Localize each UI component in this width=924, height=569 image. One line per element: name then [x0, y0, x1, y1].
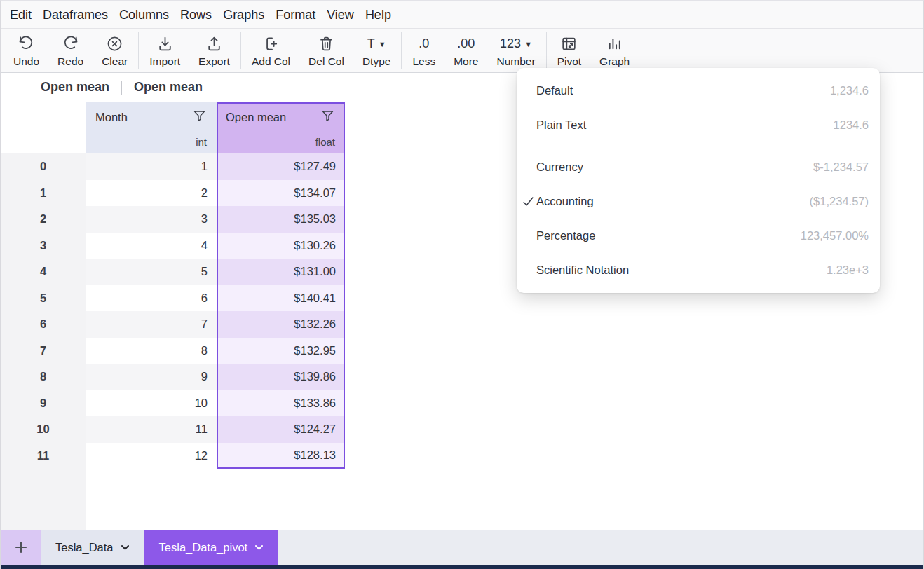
menu-item-plain-text[interactable]: Plain Text 1234.6 — [517, 108, 880, 142]
number-label: Number — [496, 56, 535, 67]
dtype-label: Dtype — [362, 56, 391, 67]
graph-icon — [606, 34, 623, 54]
row-index-cell[interactable]: 8 — [1, 364, 86, 390]
open-mean-cell[interactable]: $132.26 — [217, 311, 345, 338]
month-cell[interactable]: 4 — [86, 233, 217, 259]
menu-item-label: Default — [536, 84, 573, 97]
export-icon — [205, 34, 223, 54]
dtype-button[interactable]: T▼ Dtype — [353, 29, 400, 72]
menu-item-currency[interactable]: Currency $-1,234.57 — [517, 150, 880, 184]
more-decimals-button[interactable]: .00 More — [444, 29, 487, 72]
menu-item-default[interactable]: Default 1,234.6 — [517, 74, 880, 108]
open-mean-cell[interactable]: $130.26 — [217, 233, 345, 259]
import-button[interactable]: Import — [140, 29, 189, 72]
pivot-button[interactable]: Pivot — [548, 29, 590, 72]
month-cell[interactable]: 1 — [86, 153, 217, 180]
menu-item-label: Accounting — [536, 195, 594, 208]
del-col-button[interactable]: Del Col — [299, 29, 353, 72]
tab-tesla-data-pivot[interactable]: Tesla_Data_pivot — [144, 530, 279, 565]
dtype-icon: T▼ — [367, 34, 386, 54]
dataframe-tab-bar: Tesla_Data Tesla_Data_pivot — [1, 530, 923, 565]
add-col-label: Add Col — [252, 56, 290, 67]
row-index-cell[interactable]: 1 — [1, 180, 86, 207]
filter-icon[interactable] — [192, 109, 207, 126]
menu-item-percentage[interactable]: Percentage 123,457.00% — [517, 219, 880, 253]
month-cell[interactable]: 7 — [86, 311, 217, 338]
column-header-month[interactable]: Month int — [86, 102, 217, 153]
menu-view[interactable]: View — [321, 8, 360, 21]
menu-item-label: Plain Text — [536, 118, 586, 132]
menu-dataframes[interactable]: Dataframes — [37, 8, 114, 21]
table-row: 89$139.86 — [1, 364, 923, 390]
menu-rows[interactable]: Rows — [175, 8, 217, 21]
month-cell[interactable]: 5 — [86, 259, 217, 285]
row-index-cell[interactable]: 2 — [1, 206, 86, 233]
menu-item-accounting[interactable]: Accounting ($1,234.57) — [517, 184, 880, 219]
table-filler — [1, 469, 923, 530]
check-icon — [522, 195, 535, 208]
open-mean-cell[interactable]: $139.86 — [217, 364, 345, 390]
row-index-cell[interactable]: 10 — [1, 416, 86, 443]
month-cell[interactable]: 3 — [86, 206, 217, 233]
month-cell[interactable]: 2 — [86, 180, 217, 207]
row-index-cell[interactable]: 0 — [1, 153, 86, 180]
open-mean-cell[interactable]: $134.07 — [217, 180, 345, 207]
open-mean-cell[interactable]: $133.86 — [217, 390, 345, 417]
chevron-down-icon — [254, 544, 264, 551]
open-mean-cell[interactable]: $128.13 — [217, 443, 345, 469]
tab-label: Tesla_Data_pivot — [159, 541, 248, 554]
column-header-open-mean[interactable]: Open mean float — [217, 102, 345, 153]
table-row: 67$132.26 — [1, 311, 923, 338]
row-index-cell[interactable]: 11 — [1, 443, 86, 469]
graph-button[interactable]: Graph — [590, 29, 639, 72]
open-mean-cell[interactable]: $135.03 — [217, 206, 345, 233]
number-format-button[interactable]: 123▼ Number — [487, 29, 544, 72]
open-mean-cell[interactable]: $124.27 — [217, 416, 345, 443]
menu-bar: Edit Dataframes Columns Rows Graphs Form… — [1, 1, 923, 29]
filter-icon[interactable] — [320, 109, 335, 126]
menu-columns[interactable]: Columns — [114, 8, 175, 21]
row-index-cell[interactable]: 4 — [1, 259, 86, 285]
column-dtype: float — [315, 136, 335, 148]
tab-tesla-data[interactable]: Tesla_Data — [41, 530, 144, 565]
month-cell[interactable]: 9 — [86, 364, 217, 390]
menu-help[interactable]: Help — [360, 8, 397, 21]
month-cell[interactable]: 8 — [86, 338, 217, 364]
menu-item-example: 1,234.6 — [830, 84, 869, 97]
month-cell[interactable]: 10 — [86, 390, 217, 417]
redo-button[interactable]: Redo — [48, 29, 93, 72]
menu-item-example: ($1,234.57) — [810, 195, 869, 208]
open-mean-cell[interactable]: $131.00 — [217, 259, 345, 285]
row-index-cell[interactable]: 9 — [1, 390, 86, 417]
export-button[interactable]: Export — [189, 29, 239, 72]
clear-button[interactable]: Clear — [93, 29, 137, 72]
menu-graphs[interactable]: Graphs — [217, 8, 270, 21]
open-mean-cell[interactable]: $127.49 — [217, 153, 345, 180]
open-mean-cell[interactable]: $140.41 — [217, 285, 345, 312]
menu-item-scientific-notation[interactable]: Scientific Notation 1.23e+3 — [517, 253, 880, 287]
menu-edit[interactable]: Edit — [10, 8, 37, 21]
row-index-cell[interactable]: 6 — [1, 311, 86, 338]
month-cell[interactable]: 6 — [86, 285, 217, 312]
breadcrumb-divider — [121, 81, 122, 95]
row-index-cell[interactable]: 3 — [1, 233, 86, 259]
clear-icon — [106, 34, 123, 54]
row-index-cell[interactable]: 5 — [1, 285, 86, 312]
clear-label: Clear — [102, 56, 128, 67]
table-row: 1112$128.13 — [1, 443, 923, 469]
toolbar-separator — [401, 32, 402, 69]
undo-button[interactable]: Undo — [4, 29, 48, 72]
redo-icon — [62, 34, 79, 54]
row-index-cell[interactable]: 7 — [1, 338, 86, 364]
add-dataframe-button[interactable] — [1, 530, 41, 565]
open-mean-cell[interactable]: $132.95 — [217, 338, 345, 364]
month-cell[interactable]: 12 — [86, 443, 217, 469]
menu-item-example: 1234.6 — [834, 118, 869, 132]
less-decimals-button[interactable]: .0 Less — [403, 29, 444, 72]
month-cell[interactable]: 11 — [86, 416, 217, 443]
add-col-button[interactable]: Add Col — [243, 29, 299, 72]
number-format-menu: Default 1,234.6 Plain Text 1234.6 Curren… — [517, 68, 880, 293]
menu-format[interactable]: Format — [270, 8, 321, 21]
menu-item-label: Currency — [536, 160, 583, 174]
number-format-icon: 123▼ — [500, 34, 532, 54]
